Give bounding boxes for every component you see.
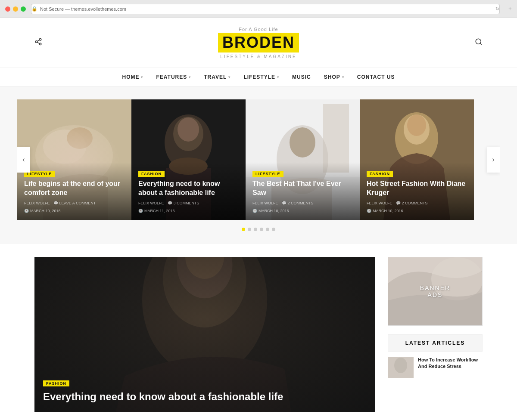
search-button[interactable] xyxy=(475,38,483,48)
nav-label-music: MUSIC xyxy=(292,74,311,80)
latest-item-1-thumb xyxy=(388,357,414,378)
slide-card-1[interactable]: LIFESTYLE Life begins at the end of your… xyxy=(17,99,131,220)
featured-title: Everything need to know about a fashiona… xyxy=(43,390,283,403)
slider-dot-4[interactable] xyxy=(260,228,263,231)
card-2-tag: FASHION xyxy=(138,171,165,177)
logo-tagline: For A Good Life xyxy=(218,27,299,32)
svg-point-28 xyxy=(163,257,246,327)
nav-label-home: HOME xyxy=(122,74,139,80)
banner-ads[interactable]: BANNER ADS xyxy=(388,257,483,326)
svg-point-1 xyxy=(35,41,37,43)
latest-articles: LATEST ARTICLES How To Increase Workflow… xyxy=(388,334,483,378)
main-content: FASHION Everything need to know about a … xyxy=(0,244,517,420)
refresh-icon[interactable]: ↻ xyxy=(495,6,499,12)
svg-point-35 xyxy=(394,358,407,373)
svg-point-30 xyxy=(185,257,224,279)
card-2-comments: 💬 3 COMMENTS xyxy=(168,201,199,205)
card-4-tag: FASHION xyxy=(367,171,393,177)
share-button[interactable] xyxy=(34,38,42,48)
svg-point-14 xyxy=(178,117,199,142)
latest-item-1[interactable]: How To Increase Workflow And Reduce Stre… xyxy=(388,357,483,378)
svg-point-10 xyxy=(67,127,93,149)
card-1-comment-icon: 💬 LEAVE A COMMENT xyxy=(53,201,96,205)
slide-card-2[interactable]: FASHION Everything need to know about a … xyxy=(131,99,246,220)
slider-dot-5[interactable] xyxy=(266,228,269,231)
new-tab-button[interactable]: + xyxy=(508,6,512,12)
slider-dot-6[interactable] xyxy=(272,228,275,231)
content-right: BANNER ADS LATEST ARTICLES How To Increa… xyxy=(388,257,483,412)
slider-section: ‹ LIFESTYLE Lif xyxy=(0,86,517,244)
slide-card-4[interactable]: FASHION Hot Street Fashion With Diane Kr… xyxy=(360,99,474,220)
slider-inner: ‹ LIFESTYLE Lif xyxy=(17,99,500,220)
site-logo[interactable]: For A Good Life BRODEN LIFESTYLE & MAGAZ… xyxy=(218,27,299,59)
card-3-overlay: LIFESTYLE The Best Hat That I've Ever Sa… xyxy=(246,162,360,220)
card-4-overlay: FASHION Hot Street Fashion With Diane Kr… xyxy=(360,162,474,220)
nav-arrow-lifestyle: ▾ xyxy=(277,75,279,79)
nav-item-contact[interactable]: CONTACT US xyxy=(357,74,395,80)
url-text: Not Secure — themes.evollethemes.com xyxy=(40,6,126,12)
card-4-author: FELIX WOLFE xyxy=(367,201,392,205)
slider-dot-2[interactable] xyxy=(248,228,251,231)
svg-point-27 xyxy=(142,257,267,376)
slider-dots xyxy=(0,228,517,231)
card-3-comments: 💬 2 COMMENTS xyxy=(282,201,314,205)
card-1-date: 🕐 MARCH 10, 2016 xyxy=(24,209,61,213)
card-4-meta: FELIX WOLFE 💬 2 COMMENTS 🕐 MARCH 10, 201… xyxy=(367,201,467,213)
card-2-overlay: FASHION Everything need to know about a … xyxy=(131,162,246,220)
minimize-button[interactable] xyxy=(13,6,18,12)
nav-item-shop[interactable]: SHOP ▾ xyxy=(324,74,344,80)
slider-prev-button[interactable]: ‹ xyxy=(17,147,30,173)
latest-item-1-title: How To Increase Workflow And Reduce Stre… xyxy=(418,357,483,370)
slide-card-3[interactable]: LIFESTYLE The Best Hat That I've Ever Sa… xyxy=(246,99,360,220)
latest-articles-title: LATEST ARTICLES xyxy=(388,334,483,352)
slider-cards: LIFESTYLE Life begins at the end of your… xyxy=(17,99,500,220)
card-3-author: FELIX WOLFE xyxy=(252,201,278,205)
slider-dot-3[interactable] xyxy=(254,228,257,231)
nav-label-features: FEATURES xyxy=(156,74,187,80)
nav-label-shop: SHOP xyxy=(324,74,340,80)
logo-subtitle: LIFESTYLE & MAGAZINE xyxy=(218,54,299,59)
slider-dot-1[interactable] xyxy=(242,228,245,231)
featured-article[interactable]: FASHION Everything need to know about a … xyxy=(34,257,375,412)
card-1-overlay: LIFESTYLE Life begins at the end of your… xyxy=(17,162,131,220)
svg-point-9 xyxy=(43,130,86,164)
nav-arrow-features: ▾ xyxy=(189,75,191,79)
featured-image: FASHION Everything need to know about a … xyxy=(34,257,375,412)
card-2-author: FELIX WOLFE xyxy=(138,201,164,205)
nav-item-music[interactable]: MUSIC xyxy=(292,74,311,80)
address-bar[interactable]: 🔒 Not Secure — themes.evollethemes.com ↻ xyxy=(31,4,500,14)
maximize-button[interactable] xyxy=(21,6,26,12)
featured-overlay: FASHION Everything need to know about a … xyxy=(34,370,292,412)
nav-item-lifestyle[interactable]: LIFESTYLE ▾ xyxy=(243,74,279,80)
svg-point-2 xyxy=(39,43,41,45)
card-3-title: The Best Hat That I've Ever Saw xyxy=(252,179,353,198)
banner-text: BANNER ADS xyxy=(420,284,450,298)
svg-point-29 xyxy=(177,257,233,298)
nav-arrow-home: ▾ xyxy=(141,75,143,79)
card-2-title: Everything need to know about a fashiona… xyxy=(138,179,239,198)
card-2-meta: FELIX WOLFE 💬 3 COMMENTS 🕐 MARCH 11, 201… xyxy=(138,201,239,213)
card-3-date: 🕐 MARCH 10, 2016 xyxy=(252,209,289,213)
card-1-title: Life begins at the end of your comfort z… xyxy=(24,179,125,198)
featured-tag: FASHION xyxy=(43,380,69,386)
nav-item-features[interactable]: FEATURES ▾ xyxy=(156,74,191,80)
card-3-meta: FELIX WOLFE 💬 2 COMMENTS 🕐 MARCH 10, 201… xyxy=(252,201,353,213)
page-content: For A Good Life BRODEN LIFESTYLE & MAGAZ… xyxy=(0,18,517,420)
nav-label-lifestyle: LIFESTYLE xyxy=(243,74,275,80)
main-nav: HOME ▾ FEATURES ▾ TRAVEL ▾ LIFESTYLE ▾ M… xyxy=(0,68,517,86)
svg-line-6 xyxy=(480,43,481,44)
close-button[interactable] xyxy=(5,6,10,12)
lock-icon: 🔒 xyxy=(31,6,37,12)
nav-label-travel: TRAVEL xyxy=(204,74,227,80)
browser-chrome: 🔒 Not Secure — themes.evollethemes.com ↻… xyxy=(0,0,517,18)
card-1-meta: FELIX WOLFE 💬 LEAVE A COMMENT 🕐 MARCH 10… xyxy=(24,201,125,213)
svg-point-25 xyxy=(407,114,426,136)
site-header: For A Good Life BRODEN LIFESTYLE & MAGAZ… xyxy=(0,18,517,68)
slider-next-button[interactable]: › xyxy=(487,147,500,173)
card-4-date: 🕐 MARCH 10, 2016 xyxy=(367,209,403,213)
nav-arrow-shop: ▾ xyxy=(342,75,344,79)
nav-item-travel[interactable]: TRAVEL ▾ xyxy=(204,74,230,80)
svg-point-0 xyxy=(39,39,41,41)
nav-item-home[interactable]: HOME ▾ xyxy=(122,74,143,80)
logo-name: BRODEN xyxy=(218,33,299,52)
